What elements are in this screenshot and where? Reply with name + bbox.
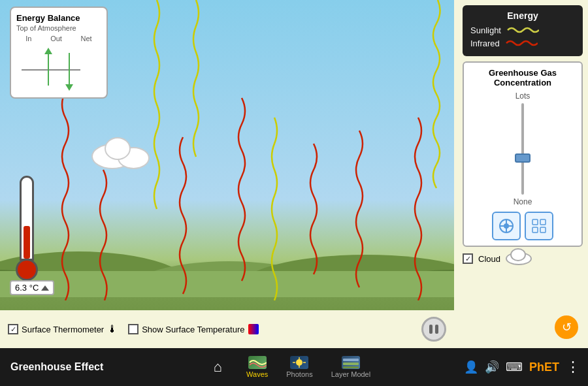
- svg-rect-15: [540, 227, 546, 233]
- show-surface-temp-label: Show Surface Temperature: [142, 325, 244, 334]
- temperature-value: 6.3 °C: [15, 283, 39, 293]
- photons-tab-image: [290, 356, 308, 369]
- svg-point-16: [296, 359, 302, 366]
- sound-icon[interactable]: 🔊: [485, 360, 499, 374]
- energy-balance-panel: Energy Balance Top of Atmosphere In Out …: [10, 7, 108, 99]
- svg-rect-22: [343, 362, 359, 365]
- sunlight-legend-row: Sunlight: [470, 25, 575, 35]
- infrared-label: Infrared: [470, 39, 500, 48]
- ghg-lots-label: Lots: [515, 91, 531, 101]
- energy-balance-title: Energy Balance: [16, 13, 101, 23]
- nav-tab-home[interactable]: ⌂: [198, 356, 237, 378]
- cloud-object: [85, 137, 157, 167]
- simulation-area: Energy Balance Top of Atmosphere In Out …: [0, 0, 454, 333]
- energy-legend-title: Energy: [470, 10, 575, 21]
- grid-molecules-icon: [531, 218, 547, 234]
- nav-tab-layer-model[interactable]: Layer Model: [322, 353, 380, 381]
- energy-arrows-display: [16, 46, 101, 92]
- cloud-checkbox-row[interactable]: Cloud: [463, 252, 583, 265]
- infrared-legend-row: Infrared: [470, 38, 575, 48]
- ghg-slider-container: Lots None: [469, 91, 576, 206]
- temperature-up-arrow[interactable]: [41, 285, 49, 291]
- energy-legend-box: Energy Sunlight Infrared: [463, 5, 583, 56]
- svg-rect-21: [343, 359, 359, 361]
- refresh-button[interactable]: ↺: [555, 315, 578, 339]
- cloud-checkbox[interactable]: [463, 253, 473, 264]
- cloud-top: [105, 137, 131, 160]
- surface-thermometer-checkbox-item[interactable]: Surface Thermometer 🌡: [8, 323, 118, 335]
- layer-model-tab-image: [342, 356, 360, 369]
- photons-tab-label: Photons: [286, 370, 312, 378]
- pause-bar-right: [435, 325, 438, 334]
- toolbar-right: 👤 🔊 ⌨ PhET ⋮: [464, 359, 588, 376]
- thermometer-body: [20, 176, 34, 261]
- svg-rect-23: [343, 366, 359, 368]
- refresh-icon: ↺: [562, 320, 572, 334]
- cloud-icon: [506, 252, 532, 265]
- cloud-label: Cloud: [478, 254, 500, 264]
- add-molecule-icon: [498, 218, 514, 234]
- show-surface-temp-checkbox-item[interactable]: Show Surface Temperature: [128, 324, 258, 334]
- col-out: Out: [50, 35, 62, 42]
- menu-icon[interactable]: ⋮: [566, 359, 580, 376]
- surface-thermometer-checkbox[interactable]: [8, 324, 18, 334]
- cloud-shape: [85, 137, 157, 167]
- nav-tab-photons[interactable]: Photons: [277, 353, 321, 381]
- keyboard-icon[interactable]: ⌨: [506, 360, 523, 374]
- surface-thermometer-label: Surface Thermometer: [22, 325, 104, 334]
- waves-tab-label: Waves: [246, 370, 268, 378]
- temperature-display: 6.3 °C: [10, 280, 54, 295]
- nav-tabs: ⌂ Waves Photons: [114, 353, 464, 381]
- thermometer-fill: [24, 226, 30, 259]
- pause-bar-left: [429, 325, 433, 334]
- photons-tab-icon: [290, 356, 308, 369]
- energy-arrow-down: [69, 53, 70, 86]
- nav-tab-waves[interactable]: Waves: [237, 353, 277, 381]
- controls-bar: Surface Thermometer 🌡 Show Surface Tempe…: [0, 310, 454, 348]
- ghg-title: Greenhouse Gas Concentration: [469, 68, 576, 88]
- person-icon[interactable]: 👤: [464, 360, 478, 374]
- ghg-buttons: [469, 212, 576, 240]
- pause-button[interactable]: [421, 317, 446, 342]
- infrared-wave-icon: [505, 38, 538, 48]
- col-in: In: [25, 35, 31, 42]
- show-surface-temp-checkbox[interactable]: [128, 324, 139, 334]
- ghg-button-add[interactable]: [492, 212, 521, 240]
- energy-balance-subtitle: Top of Atmosphere: [16, 24, 101, 32]
- waves-tab-icon: [248, 356, 267, 369]
- energy-balance-columns: In Out Net: [16, 35, 101, 42]
- sunlight-wave-icon: [506, 25, 539, 35]
- col-net: Net: [81, 35, 92, 42]
- phet-logo: PhET: [529, 361, 559, 374]
- sunlight-label: Sunlight: [470, 25, 501, 35]
- svg-rect-13: [540, 219, 546, 225]
- right-panel: Energy Sunlight Infrared Greenhouse Gas …: [457, 0, 588, 333]
- thermometer: [20, 176, 38, 281]
- surface-temp-color-icon: [248, 324, 259, 334]
- svg-rect-14: [532, 227, 538, 233]
- ghg-concentration-box: Greenhouse Gas Concentration Lots None: [463, 61, 583, 247]
- energy-arrow-up: [48, 53, 49, 86]
- pause-icon: [429, 325, 438, 334]
- energy-h-line: [22, 69, 80, 71]
- layer-model-tab-icon: [342, 356, 360, 369]
- ghg-button-grid[interactable]: [525, 212, 553, 240]
- thermometer-icon: 🌡: [107, 323, 118, 335]
- ghg-none-label: None: [514, 197, 532, 206]
- waves-tab-image: [248, 356, 267, 369]
- ghg-slider-thumb[interactable]: [515, 153, 531, 163]
- ghg-slider-track[interactable]: [521, 103, 524, 195]
- layer-model-tab-label: Layer Model: [331, 370, 371, 378]
- home-icon: ⌂: [213, 359, 221, 376]
- thermometer-bulb: [16, 259, 38, 281]
- bottom-toolbar: Greenhouse Effect ⌂ Waves: [0, 348, 588, 386]
- app-title: Greenhouse Effect: [0, 361, 114, 373]
- svg-rect-12: [532, 219, 538, 225]
